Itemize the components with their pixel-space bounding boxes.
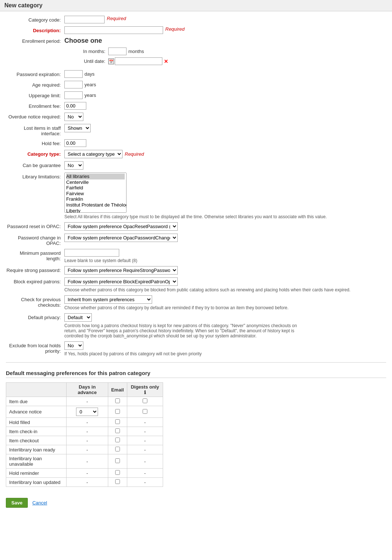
msg-row-label: Item due — [6, 397, 67, 406]
email-checkbox[interactable] — [115, 470, 120, 475]
msg-row-email[interactable] — [108, 478, 127, 487]
digests-checkbox[interactable] — [143, 398, 147, 403]
hold-fee-label: Hold fee: — [6, 139, 64, 146]
table-row: Interlibrary loan unavailable-- — [6, 454, 163, 469]
msg-row-email[interactable] — [108, 418, 127, 427]
upperage-years-text: years — [84, 92, 96, 98]
age-required-label: Age required: — [6, 81, 64, 88]
save-button[interactable]: Save — [6, 498, 28, 508]
age-required-input[interactable] — [64, 81, 83, 88]
msg-row-email[interactable] — [108, 445, 127, 454]
library-info-text: Select All libraries if this category ty… — [64, 214, 327, 219]
default-privacy-select[interactable]: Default Never Forever — [64, 313, 92, 322]
min-password-hint: Leave blank to use system default (8) — [64, 258, 137, 263]
table-row: Item check-in-- — [6, 427, 163, 436]
category-code-label: Category code: — [6, 16, 64, 23]
messaging-table: Days in advance Email Digests only ℹ Ite… — [6, 382, 163, 487]
category-code-required: Required — [107, 16, 126, 21]
email-checkbox[interactable] — [115, 398, 120, 403]
msg-row-days[interactable]: 0123456789 — [67, 406, 108, 418]
exclude-local-label: Exclude from local holds priority: — [6, 341, 64, 354]
library-limitations-select[interactable]: All libraries Centerville Fairfield Fair… — [64, 173, 127, 213]
msg-row-digests[interactable] — [127, 397, 163, 406]
require-strong-label: Require strong password: — [6, 266, 64, 273]
page-title: New category — [4, 2, 42, 8]
msg-row-email[interactable] — [108, 406, 127, 418]
can-be-guarantee-label: Can be guarantee — [6, 161, 64, 168]
email-checkbox[interactable] — [115, 409, 120, 414]
table-row: Item due- — [6, 397, 163, 406]
digests-checkbox[interactable] — [143, 409, 147, 414]
enrollment-fee-input[interactable] — [64, 102, 86, 110]
min-password-label: Minimum password length: — [6, 249, 64, 261]
msg-row-digests: - — [127, 478, 163, 487]
msg-row-days: - — [67, 436, 108, 445]
category-code-input[interactable] — [64, 16, 105, 23]
msg-row-label: Hold reminder — [6, 469, 67, 478]
category-type-label: Category type: — [6, 150, 64, 157]
advance-notice-days-select[interactable]: 0123456789 — [76, 408, 98, 416]
email-checkbox[interactable] — [115, 479, 120, 484]
msg-row-email[interactable] — [108, 436, 127, 445]
until-date-label: Until date: — [72, 58, 108, 64]
overdue-notice-label: Overdue notice required: — [6, 113, 64, 120]
password-expiration-input[interactable] — [64, 70, 83, 78]
exclude-local-info: If Yes, holds placed by patrons of this … — [64, 351, 202, 356]
msg-row-days: - — [67, 427, 108, 436]
category-type-select[interactable]: Select a category type Adult Child Profe… — [64, 150, 122, 158]
exclude-local-select[interactable]: No Yes — [64, 341, 83, 350]
email-checkbox[interactable] — [115, 438, 120, 442]
upperage-limit-label: Upperage limit: — [6, 91, 64, 98]
table-row: Interlibrary loan updated-- — [6, 478, 163, 487]
enrollment-period-label: Enrollment period: — [6, 37, 64, 44]
email-checkbox[interactable] — [115, 419, 120, 424]
password-reset-select[interactable]: Follow system preference OpacResetPasswo… — [64, 222, 178, 231]
table-row: Hold filled-- — [6, 418, 163, 427]
msg-col-name — [6, 383, 67, 397]
msg-row-digests: - — [127, 436, 163, 445]
msg-row-digests: - — [127, 469, 163, 478]
msg-row-days: - — [67, 418, 108, 427]
messaging-title: Default messaging preferences for this p… — [6, 370, 386, 378]
action-buttons: Save Cancel — [6, 494, 386, 511]
choose-one-text: Choose one — [64, 37, 102, 45]
msg-row-email[interactable] — [108, 454, 127, 469]
default-privacy-label: Default privacy: — [6, 313, 64, 320]
check-previous-select[interactable]: Inherit from system preferences Yes No — [64, 295, 152, 304]
section-divider — [6, 362, 386, 363]
table-row: Item checkout-- — [6, 436, 163, 445]
msg-row-days: - — [67, 478, 108, 487]
password-change-select[interactable]: Follow system preference OpacPasswordCha… — [64, 234, 178, 242]
block-expired-select[interactable]: Follow system preference BlockExpiredPat… — [64, 277, 178, 286]
until-date-input[interactable] — [115, 57, 162, 65]
upperage-limit-input[interactable] — [64, 91, 83, 99]
calendar-icon[interactable]: 📅 — [108, 58, 114, 64]
hold-fee-input[interactable] — [64, 139, 86, 147]
lost-items-select[interactable]: Shown Hidden — [64, 124, 91, 132]
email-checkbox[interactable] — [115, 458, 120, 463]
clear-date-button[interactable]: ✕ — [164, 58, 168, 64]
min-password-input[interactable] — [64, 249, 119, 257]
msg-row-label: Advance notice — [6, 406, 67, 418]
overdue-notice-select[interactable]: No Yes — [64, 113, 83, 121]
email-checkbox[interactable] — [115, 447, 120, 451]
msg-row-email[interactable] — [108, 397, 127, 406]
email-checkbox[interactable] — [115, 428, 120, 433]
age-years-text: years — [84, 82, 96, 87]
can-be-guarantee-select[interactable]: No Yes — [64, 161, 83, 170]
in-months-input[interactable] — [108, 48, 127, 55]
msg-row-digests[interactable] — [127, 406, 163, 418]
msg-row-days: - — [67, 469, 108, 478]
page-header: New category — [0, 0, 392, 11]
password-reset-label: Password reset in OPAC: — [6, 222, 64, 229]
msg-row-email[interactable] — [108, 427, 127, 436]
msg-row-days: - — [67, 445, 108, 454]
require-strong-select[interactable]: Follow system preference RequireStrongPa… — [64, 266, 178, 275]
msg-row-digests: - — [127, 427, 163, 436]
msg-row-email[interactable] — [108, 469, 127, 478]
description-input[interactable] — [64, 26, 163, 34]
messaging-section: Default messaging preferences for this p… — [6, 370, 386, 487]
months-text: months — [128, 49, 144, 54]
table-row: Advance notice0123456789 — [6, 406, 163, 418]
cancel-button[interactable]: Cancel — [32, 498, 47, 508]
